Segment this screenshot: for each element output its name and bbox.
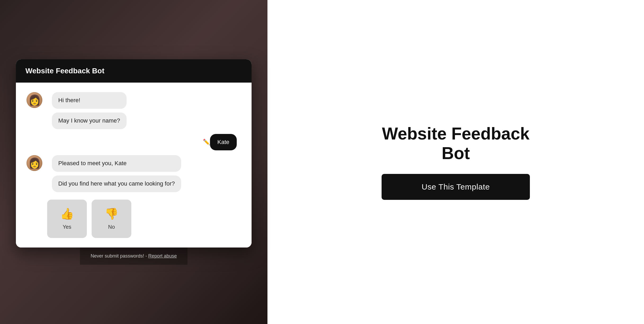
bot-avatar-face-1 (26, 92, 42, 108)
chat-title: Website Feedback Bot (25, 67, 104, 75)
bot-message-row-2: Pleased to meet you, Kate Did you find h… (26, 155, 241, 192)
bot-messages-group-1: Hi there! May I know your name? (47, 92, 127, 129)
right-panel-title: Website Feedback Bot (382, 124, 530, 163)
thumbs-down-icon: 👎 (105, 207, 118, 220)
no-label: No (108, 224, 115, 230)
no-button[interactable]: 👎 No (92, 200, 131, 238)
right-panel: Website Feedback Bot Use This Template (267, 0, 644, 324)
bot-message-row-1: Hi there! May I know your name? (26, 92, 241, 129)
chat-footer: Never submit passwords! - Report abuse (80, 248, 187, 265)
bot-avatar-2 (26, 155, 42, 171)
user-message-row: Kate ✏️ (26, 134, 241, 151)
bot-bubble-4: Did you find here what you came looking … (52, 176, 181, 192)
bot-bubble-3: Pleased to meet you, Kate (52, 155, 181, 172)
chat-header: Website Feedback Bot (16, 59, 252, 83)
bot-avatar-1 (26, 92, 42, 108)
report-abuse-link[interactable]: Report abuse (148, 253, 177, 259)
bot-bubble-1: Hi there! (52, 92, 127, 109)
bot-avatar-face-2 (26, 155, 42, 171)
thumbs-up-icon: 👍 (60, 207, 74, 220)
edit-icon[interactable]: ✏️ (203, 139, 210, 146)
user-bubble: Kate (210, 134, 237, 151)
yes-label: Yes (63, 224, 71, 230)
left-panel: Website Feedback Bot Hi there! May I kno… (0, 0, 267, 324)
choice-buttons-row: 👍 Yes 👎 No (47, 200, 241, 238)
bot-bubble-2: May I know your name? (52, 112, 127, 129)
chat-window: Website Feedback Bot Hi there! May I kno… (16, 59, 252, 248)
yes-button[interactable]: 👍 Yes (47, 200, 87, 238)
bot-messages-group-2: Pleased to meet you, Kate Did you find h… (47, 155, 181, 192)
use-template-button[interactable]: Use This Template (382, 174, 530, 200)
footer-warning: Never submit passwords! - (91, 253, 147, 259)
chat-body: Hi there! May I know your name? Kate ✏️ … (16, 83, 252, 248)
